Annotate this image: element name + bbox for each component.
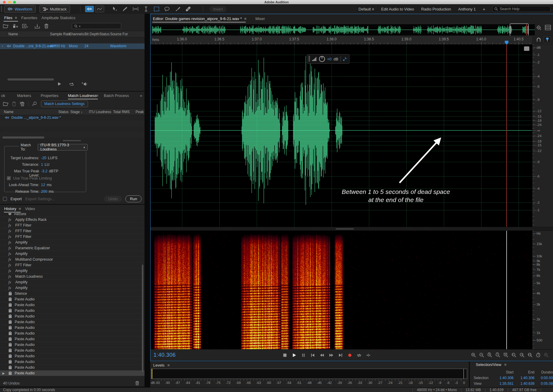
column-status[interactable]: Status bbox=[99, 32, 110, 36]
column-name[interactable]: Name bbox=[8, 32, 18, 36]
new-item-button[interactable] bbox=[22, 24, 28, 28]
timeline-ruler[interactable]: hms 1:36.01:36.51:37.01:37.51:38.01:38.5… bbox=[151, 36, 532, 45]
razor-tool[interactable] bbox=[122, 6, 128, 12]
wave-spectral-splitter[interactable] bbox=[151, 227, 553, 231]
workspace-default[interactable]: Default ≡ bbox=[358, 7, 374, 11]
slip-tool[interactable] bbox=[132, 6, 139, 12]
paintbrush-selection-tool[interactable] bbox=[174, 6, 181, 12]
open-file-button[interactable] bbox=[3, 24, 8, 28]
move-tool[interactable] bbox=[111, 6, 118, 12]
column-status[interactable]: Status bbox=[58, 110, 69, 114]
skip-to-start-button[interactable] bbox=[310, 353, 315, 358]
history-panel-menu-icon[interactable]: ≡ bbox=[19, 206, 21, 211]
history-item[interactable]: Paste Audio bbox=[0, 308, 145, 314]
match-to-select[interactable]: ITU-R BS.1770-3 Loudness ▾ bbox=[38, 144, 88, 151]
match-column-header[interactable]: NameStatusStage ↓ITU LoudnessTotal RMSPe… bbox=[0, 109, 145, 115]
history-item[interactable]: Paste Audio bbox=[0, 353, 145, 359]
column-total-rms[interactable]: Total RMS bbox=[113, 110, 130, 114]
history-item[interactable]: Paste Audio bbox=[0, 359, 145, 365]
look-ahead-value[interactable]: 12 bbox=[41, 183, 45, 187]
frequency-ruler[interactable]: Hz15k10k9k8k7k6k5k4k3k2k1k500 bbox=[532, 231, 553, 349]
tab-amplitude-statistics[interactable]: Amplitude Statistics bbox=[42, 16, 75, 20]
insert-into-multitrack-button[interactable] bbox=[35, 24, 40, 28]
rewind-button[interactable] bbox=[319, 353, 325, 358]
match-file-row[interactable]: Double ..._atpcre_9-6-21.wav * bbox=[0, 115, 145, 121]
gain-value[interactable]: +0 bbox=[327, 57, 332, 61]
history-item[interactable]: Paste Audio bbox=[0, 314, 145, 319]
skip-to-end-button[interactable] bbox=[338, 353, 343, 358]
match-panel-menu-icon[interactable]: ≡ bbox=[96, 93, 98, 98]
window-controls[interactable] bbox=[3, 1, 16, 4]
view-start-value[interactable]: 1:35.551 bbox=[494, 382, 514, 386]
scan-loudness-button[interactable] bbox=[32, 101, 37, 106]
spot-healing-brush-tool[interactable] bbox=[185, 6, 191, 12]
match-hscrollbar[interactable] bbox=[2, 136, 44, 139]
history-item[interactable]: fxAmplify bbox=[0, 285, 145, 291]
column-bit-depth[interactable]: Bit Depth bbox=[84, 32, 99, 36]
row-disclosure-icon[interactable]: › bbox=[2, 44, 3, 48]
auto-play-button[interactable] bbox=[82, 82, 87, 86]
history-item[interactable]: fxAmplify bbox=[0, 279, 145, 285]
tolerance-value[interactable]: 1 bbox=[41, 162, 43, 167]
waveform-mode-button[interactable]: Waveform bbox=[4, 5, 36, 13]
column-peak[interactable]: Peak bbox=[136, 110, 144, 114]
multitrack-mode-button[interactable]: Multitrack bbox=[40, 5, 70, 13]
selection-duration-value[interactable]: 0:00.000 bbox=[534, 376, 553, 380]
panel-grabber[interactable] bbox=[524, 46, 529, 51]
workspace-item-2[interactable]: Anthony 1 bbox=[458, 7, 476, 11]
spectral-display[interactable] bbox=[151, 231, 532, 349]
stop-button[interactable] bbox=[282, 353, 288, 358]
history-item-selected[interactable]: ▶Paste Audio bbox=[0, 370, 145, 376]
tab-favorites[interactable]: Favorites bbox=[21, 16, 37, 20]
zoom-reset-button[interactable] bbox=[503, 353, 508, 358]
clear-all-button[interactable] bbox=[20, 101, 25, 106]
tab-files[interactable]: Files bbox=[4, 16, 12, 20]
files-column-header[interactable]: NameSample RateChannelsBit DepthStatusSo… bbox=[0, 31, 145, 37]
files-panel-menu-icon[interactable]: ≡ bbox=[15, 16, 17, 20]
invert-button[interactable]: Invert bbox=[209, 6, 227, 12]
zoom-to-selection-button[interactable] bbox=[527, 353, 533, 358]
marker-pin-icon[interactable] bbox=[544, 37, 551, 43]
hud-grip[interactable] bbox=[309, 56, 310, 62]
history-item[interactable]: fxFFT Filter bbox=[0, 228, 145, 234]
target-loudness-value[interactable]: -20 bbox=[41, 156, 46, 160]
selection-start-value[interactable]: 1:40.306 bbox=[494, 376, 514, 380]
undo-button[interactable]: Undo bbox=[104, 196, 122, 202]
history-item[interactable]: fxMultiband Compressor bbox=[0, 257, 145, 262]
tab-batch-process[interactable]: Batch Process bbox=[104, 93, 129, 98]
pause-button[interactable] bbox=[301, 353, 306, 358]
history-item[interactable]: fxFFT Filter bbox=[0, 262, 145, 268]
file-row[interactable]: ›Double ...cre_9-6-21.wav *48000 HzMono2… bbox=[0, 43, 145, 49]
history-item[interactable]: fxMatch Loudness bbox=[0, 274, 145, 279]
view-end-value[interactable]: 1:40.639 bbox=[514, 382, 534, 386]
help-search-input[interactable]: Search Help bbox=[492, 6, 551, 12]
history-item[interactable]: fxFFT Filter bbox=[0, 223, 145, 228]
tab-markers[interactable]: Markers bbox=[17, 93, 31, 98]
tab-ck[interactable]: ck bbox=[1, 93, 5, 98]
tab-properties[interactable]: Properties bbox=[41, 93, 58, 98]
add-files-button[interactable] bbox=[3, 102, 8, 106]
play-button[interactable] bbox=[291, 353, 297, 358]
release-time-value[interactable]: 200 bbox=[41, 189, 47, 194]
panel-overflow-chevron[interactable]: » bbox=[140, 93, 142, 98]
selection-view-menu-icon[interactable]: ≡ bbox=[504, 362, 507, 367]
zoom-timer-button[interactable] bbox=[535, 353, 541, 358]
current-time-display[interactable]: 1:40.306 bbox=[154, 352, 176, 358]
panel-list-icon[interactable] bbox=[545, 25, 551, 31]
column-source-for[interactable]: Source For bbox=[110, 32, 128, 36]
text-tool[interactable] bbox=[143, 6, 149, 12]
zoom-out-amplitude-button[interactable] bbox=[495, 353, 500, 358]
zoom-in-amplitude-button[interactable] bbox=[487, 353, 492, 358]
waveform-view-toggle[interactable] bbox=[85, 6, 94, 12]
export-checkbox[interactable] bbox=[3, 197, 7, 201]
tab-match-loudness[interactable]: Match Loudness bbox=[68, 93, 96, 98]
history-item[interactable]: Paste Audio bbox=[0, 302, 145, 308]
zoom-in-right-edge-button[interactable] bbox=[519, 353, 525, 358]
search-filter-chevron[interactable]: ▾ bbox=[79, 25, 80, 28]
preview-play-button[interactable] bbox=[57, 82, 61, 86]
zoom-in-button[interactable] bbox=[471, 353, 476, 358]
record-button[interactable] bbox=[347, 353, 353, 358]
history-item[interactable]: fxAmplify bbox=[0, 251, 145, 257]
clear-history-button[interactable] bbox=[135, 381, 139, 385]
tab-history[interactable]: History bbox=[4, 206, 16, 211]
